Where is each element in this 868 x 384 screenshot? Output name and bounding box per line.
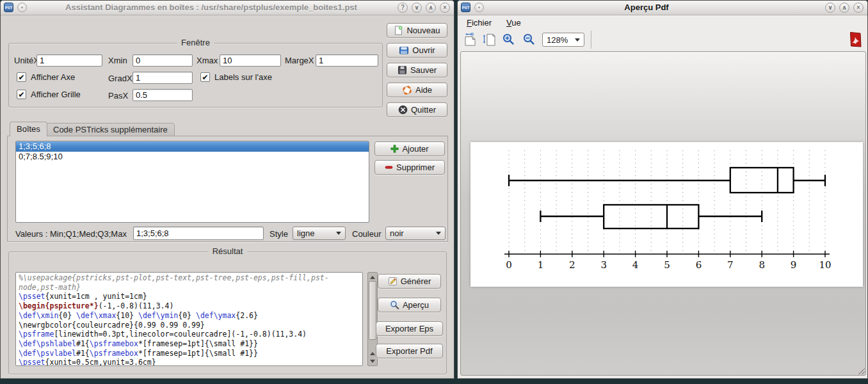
pst-logo-icon: PST <box>461 3 470 12</box>
generer-label: Générer <box>401 276 431 286</box>
chevron-down-icon <box>436 232 441 235</box>
style-label: Style <box>269 229 288 239</box>
zoom-out-icon[interactable] <box>522 33 536 47</box>
fit-width-icon[interactable] <box>463 33 477 47</box>
pasx-input[interactable] <box>133 89 193 101</box>
couleur-label: Couleur <box>352 229 382 239</box>
quitter-label: Quitter <box>411 105 436 115</box>
afficher-grille-label: Afficher Grille <box>31 90 81 99</box>
apercu-label: Aperçu <box>403 300 429 310</box>
afficher-axe-checkbox[interactable]: ✔ Afficher Axe <box>17 72 75 82</box>
boxplot-figure: 012345678910 <box>470 142 863 287</box>
toolbar: 128% <box>458 29 867 51</box>
supprimer-button[interactable]: Supprimer <box>374 160 445 175</box>
ouvrir-button[interactable]: Ouvrir <box>387 43 447 58</box>
pencil-icon <box>388 276 398 286</box>
left-titlebar[interactable]: PST Assistant Diagrammes en boîtes : /us… <box>1 1 454 15</box>
aide-button[interactable]: Aide <box>387 83 447 97</box>
couleur-select[interactable]: noir <box>385 227 446 240</box>
scroll-up-icon[interactable] <box>369 273 376 281</box>
svg-text:9: 9 <box>791 259 797 271</box>
resize-grip-icon[interactable] <box>858 368 865 374</box>
svg-text:4: 4 <box>632 259 639 271</box>
fenetre-group-title: Fenêtre <box>177 38 214 47</box>
svg-text:6: 6 <box>696 259 702 271</box>
svg-text:5: 5 <box>664 259 670 271</box>
svg-text:7: 7 <box>727 259 734 271</box>
valeurs-input[interactable] <box>133 227 264 240</box>
fit-height-icon[interactable] <box>483 33 496 47</box>
list-item[interactable]: 1;3;5;6;8 <box>16 141 369 152</box>
unitex-input[interactable] <box>36 54 102 67</box>
quit-icon <box>398 105 408 115</box>
tab-code-pstricks-supplementaire[interactable]: Code PSTricks supplémentaire <box>46 123 175 136</box>
xmin-label: Xmin <box>108 56 127 65</box>
window-menu-icon[interactable] <box>474 3 484 12</box>
ouvrir-label: Ouvrir <box>412 45 435 55</box>
sauver-button[interactable]: Sauver <box>387 63 447 77</box>
ajouter-button[interactable]: Ajouter <box>374 141 445 156</box>
maximize-button[interactable]: ∧ <box>839 3 849 13</box>
list-item[interactable]: 0;7;8.5;9;10 <box>16 152 369 162</box>
zoom-level-select[interactable]: 128% <box>542 33 584 47</box>
close-button[interactable]: × <box>440 3 450 13</box>
labels-axe-checkbox[interactable]: ✔ Labels sur l'axe <box>200 72 272 82</box>
unitex-label: UnitéX <box>14 56 39 65</box>
menubar: Fichier Vue <box>458 15 867 29</box>
svg-text:10: 10 <box>819 259 831 271</box>
svg-text:2: 2 <box>569 259 575 271</box>
boxes-listbox[interactable]: 1;3;5;6;80;7;8.5;9;10 <box>15 141 369 223</box>
supprimer-label: Supprimer <box>396 163 435 172</box>
code-line: node,pst-math} <box>19 283 360 292</box>
open-icon <box>399 45 409 55</box>
window-title: Assistant Diagrammes en boîtes : /usr/sh… <box>26 3 396 12</box>
exporter-eps-button[interactable]: Exporter Eps <box>376 321 443 336</box>
zoom-level-value: 128% <box>547 35 572 45</box>
nouveau-label: Nouveau <box>406 26 440 35</box>
close-button[interactable]: × <box>853 3 864 13</box>
minimize-button[interactable]: ∨ <box>825 3 835 13</box>
minimize-button[interactable]: ∨ <box>412 3 422 13</box>
apercu-button[interactable]: Aperçu <box>378 298 441 312</box>
code-line: \def\xmin{0} \def\xmax{10} \def\ymin{0} … <box>19 311 360 321</box>
ajouter-label: Ajouter <box>402 144 428 154</box>
tab-boites[interactable]: Boîtes <box>10 122 47 136</box>
xmax-input[interactable] <box>220 54 281 67</box>
resultat-group: Résultat %\usepackage{pstricks,pst-plot,… <box>8 252 447 374</box>
code-line: \psset{xunit=1cm , yunit=1cm} <box>19 292 360 301</box>
nouveau-button[interactable]: Nouveau <box>387 23 447 38</box>
window-title: Aperçu Pdf <box>483 3 810 12</box>
pstricks-code-area[interactable]: %\usepackage{pstricks,pst-plot,pst-text,… <box>15 272 363 366</box>
svg-text:0: 0 <box>506 259 512 271</box>
quitter-button[interactable]: Quitter <box>387 102 447 117</box>
check-icon: ✔ <box>18 91 24 99</box>
margex-input[interactable] <box>316 54 378 67</box>
pdf-preview-area[interactable]: 012345678910 <box>460 51 866 376</box>
window-menu-icon[interactable] <box>17 3 27 12</box>
pdf-page: 012345678910 <box>470 142 863 287</box>
style-value: ligne <box>297 228 334 238</box>
code-line: \psset{xunit=0.5cm,yunit=3.6cm} <box>19 358 360 366</box>
chevron-down-icon <box>575 38 580 42</box>
assistant-boxplot-window: PST Assistant Diagrammes en boîtes : /us… <box>0 0 454 379</box>
menu-fichier[interactable]: Fichier <box>467 18 492 28</box>
right-titlebar[interactable]: PST Aperçu Pdf ∨ ∧ × <box>458 1 867 15</box>
afficher-grille-checkbox[interactable]: ✔ Afficher Grille <box>17 90 81 99</box>
pst-logo-icon: PST <box>4 3 13 12</box>
xmin-input[interactable] <box>133 54 193 67</box>
exporter-eps-label: Exporter Eps <box>385 324 433 333</box>
scroll-down-icon[interactable] <box>369 357 376 365</box>
maximize-button[interactable]: ∧ <box>426 3 436 13</box>
menu-vue[interactable]: Vue <box>506 18 521 28</box>
check-icon: ✔ <box>202 74 208 81</box>
check-icon: ✔ <box>18 74 24 81</box>
zoom-in-icon[interactable] <box>502 33 516 47</box>
code-line: \def\pshlabel#1{\psframebox*[framesep=1p… <box>19 339 360 349</box>
sauver-label: Sauver <box>410 65 437 75</box>
help-window-button[interactable]: ? <box>398 3 408 13</box>
gradx-input[interactable] <box>133 72 193 84</box>
exporter-pdf-button[interactable]: Exporter Pdf <box>376 344 443 358</box>
margex-label: MargeX <box>285 56 314 65</box>
generer-button[interactable]: Générer <box>378 274 441 289</box>
style-select[interactable]: ligne <box>293 227 346 240</box>
